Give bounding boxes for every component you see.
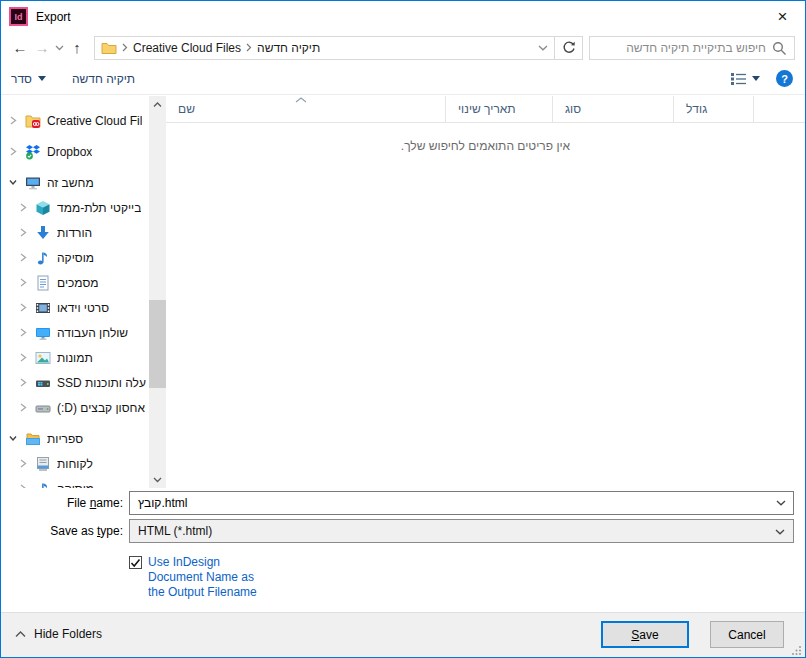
clients-library-icon bbox=[35, 456, 51, 472]
sidebar-item-label: אחסון קבצים (D:) bbox=[57, 401, 145, 415]
breadcrumb-item-new-folder[interactable]: תיקיה חדשה bbox=[257, 41, 320, 55]
file-list: שם תאריך שינוי סוג גודל אין פריטים התואמ… bbox=[166, 96, 805, 488]
dropdown-arrow-icon bbox=[752, 76, 760, 81]
sidebar-item-music-library[interactable]: מוסיקה bbox=[1, 476, 149, 488]
sidebar-item-creative-cloud-files[interactable]: Creative Cloud Fil bbox=[1, 108, 149, 133]
sidebar-item-label: הורדות bbox=[57, 226, 92, 240]
scroll-thumb[interactable] bbox=[149, 300, 166, 388]
question-icon: ? bbox=[781, 73, 788, 85]
use-indesign-name-checkbox[interactable] bbox=[129, 556, 142, 569]
sidebar-item-label: מסמכים bbox=[57, 276, 99, 290]
refresh-button[interactable] bbox=[555, 36, 583, 60]
chevron-down-icon bbox=[153, 477, 162, 483]
sidebar-item-3d-objects[interactable]: בייקטי תלת-ממד bbox=[1, 195, 149, 220]
checkbox-label[interactable]: Use InDesign Document Name as the Output… bbox=[148, 555, 257, 600]
chevron-collapsed-icon[interactable] bbox=[8, 115, 20, 126]
chevron-collapsed-icon[interactable] bbox=[18, 377, 30, 388]
chevron-up-icon bbox=[153, 102, 162, 108]
sidebar-item-music[interactable]: מוסיקה bbox=[1, 245, 149, 270]
view-mode-button[interactable] bbox=[730, 71, 760, 86]
organize-button[interactable]: סדר bbox=[11, 72, 46, 86]
chevron-expanded-icon[interactable] bbox=[8, 433, 20, 444]
details-view-icon bbox=[730, 71, 747, 86]
resize-grip[interactable] bbox=[792, 645, 802, 655]
column-header-size[interactable]: גודל bbox=[674, 96, 754, 122]
sidebar-item-d-drive[interactable]: אחסון קבצים (D:) bbox=[1, 395, 149, 420]
filename-field bbox=[129, 491, 794, 515]
column-headers: שם תאריך שינוי סוג גודל bbox=[166, 96, 805, 123]
sidebar-item-downloads[interactable]: הורדות bbox=[1, 220, 149, 245]
recent-locations-button[interactable] bbox=[55, 45, 64, 51]
column-header-date-modified[interactable]: תאריך שינוי bbox=[446, 96, 553, 122]
dropbox-icon bbox=[25, 144, 41, 160]
filename-input[interactable] bbox=[129, 491, 794, 515]
scroll-down-button[interactable] bbox=[149, 471, 166, 488]
new-folder-button[interactable]: תיקיה חדשה bbox=[72, 72, 135, 86]
ssd-drive-icon bbox=[35, 375, 51, 391]
chevron-collapsed-icon[interactable] bbox=[18, 227, 30, 238]
sidebar-item-videos[interactable]: סרטי וידאו bbox=[1, 295, 149, 320]
chevron-collapsed-icon[interactable] bbox=[18, 352, 30, 363]
chevron-collapsed-icon[interactable] bbox=[18, 402, 30, 413]
chevron-collapsed-icon[interactable] bbox=[18, 202, 30, 213]
scroll-up-button[interactable] bbox=[149, 96, 166, 113]
sidebar-item-label: מחשב זה bbox=[47, 176, 94, 190]
sidebar-item-pictures[interactable]: תמונות bbox=[1, 345, 149, 370]
sidebar-item-label: לקוחות bbox=[57, 457, 93, 471]
sidebar-item-documents[interactable]: מסמכים bbox=[1, 270, 149, 295]
back-button[interactable]: ← bbox=[9, 39, 31, 56]
address-dropdown-button[interactable] bbox=[538, 45, 548, 51]
sidebar-item-clients[interactable]: לקוחות bbox=[1, 451, 149, 476]
sidebar-item-ssd-drive[interactable]: עלה ותוכנות SSD bbox=[1, 370, 149, 395]
breadcrumb-item-creative-cloud-files[interactable]: Creative Cloud Files bbox=[133, 41, 241, 55]
sidebar-item-this-pc[interactable]: מחשב זה bbox=[1, 170, 149, 195]
search-input[interactable] bbox=[590, 37, 794, 59]
chevron-down-icon bbox=[55, 45, 64, 51]
music-library-icon bbox=[35, 481, 51, 489]
downloads-icon bbox=[35, 225, 51, 241]
sort-ascending-icon bbox=[295, 97, 307, 103]
export-dialog: Id Export × ← → ↑ Creative Cloud Files ת… bbox=[0, 0, 806, 658]
sidebar-item-dropbox[interactable]: Dropbox bbox=[1, 139, 149, 164]
sidebar-item-libraries[interactable]: ספריות bbox=[1, 426, 149, 451]
breadcrumb-separator-icon bbox=[246, 43, 252, 52]
chevron-collapsed-icon[interactable] bbox=[18, 252, 30, 263]
up-button[interactable]: ↑ bbox=[66, 39, 88, 56]
sidebar-item-label: תמונות bbox=[57, 351, 93, 365]
cancel-button[interactable]: Cancel bbox=[710, 621, 784, 648]
hide-folders-button[interactable]: Hide Folders bbox=[15, 627, 102, 641]
sidebar-item-label: מוסיקה bbox=[57, 251, 94, 265]
column-header-type[interactable]: סוג bbox=[553, 96, 674, 122]
close-button[interactable]: × bbox=[760, 1, 805, 32]
chevron-down-icon bbox=[775, 529, 785, 535]
save-button[interactable]: Save bbox=[601, 621, 689, 648]
chevron-collapsed-icon[interactable] bbox=[8, 146, 20, 157]
chevron-collapsed-icon[interactable] bbox=[18, 458, 30, 469]
chevron-collapsed-icon[interactable] bbox=[18, 327, 30, 338]
new-folder-label: תיקיה חדשה bbox=[72, 72, 135, 86]
chevron-collapsed-icon[interactable] bbox=[18, 277, 30, 288]
videos-icon bbox=[35, 300, 51, 316]
savetype-value: HTML (*.html) bbox=[138, 524, 212, 538]
chevron-down-icon[interactable] bbox=[776, 500, 786, 506]
refresh-icon bbox=[562, 41, 576, 55]
chevron-expanded-icon[interactable] bbox=[8, 177, 20, 188]
folder-icon bbox=[101, 41, 117, 54]
breadcrumb-bar[interactable]: Creative Cloud Files תיקיה חדשה bbox=[94, 36, 555, 60]
sidebar-item-label: עלה ותוכנות SSD bbox=[57, 376, 146, 390]
sidebar-scrollbar[interactable] bbox=[149, 96, 166, 488]
help-button[interactable]: ? bbox=[776, 70, 793, 87]
creative-cloud-folder-icon bbox=[25, 113, 41, 129]
sidebar-item-desktop[interactable]: שולחן העבודה bbox=[1, 320, 149, 345]
navigation-row: ← → ↑ Creative Cloud Files תיקיה חדשה bbox=[1, 32, 805, 63]
window-title: Export bbox=[36, 10, 71, 24]
savetype-select[interactable]: HTML (*.html) bbox=[129, 519, 794, 543]
sidebar-item-label: Creative Cloud Fil bbox=[47, 114, 142, 128]
chevron-collapsed-icon[interactable] bbox=[18, 302, 30, 313]
sidebar-item-label: Dropbox bbox=[47, 145, 92, 159]
forward-button: → bbox=[31, 39, 53, 56]
toolbar-right-group: ? bbox=[730, 70, 793, 87]
3d-objects-icon bbox=[35, 200, 51, 216]
sidebar-item-label: ספריות bbox=[47, 432, 83, 446]
indesign-app-icon: Id bbox=[9, 7, 28, 26]
